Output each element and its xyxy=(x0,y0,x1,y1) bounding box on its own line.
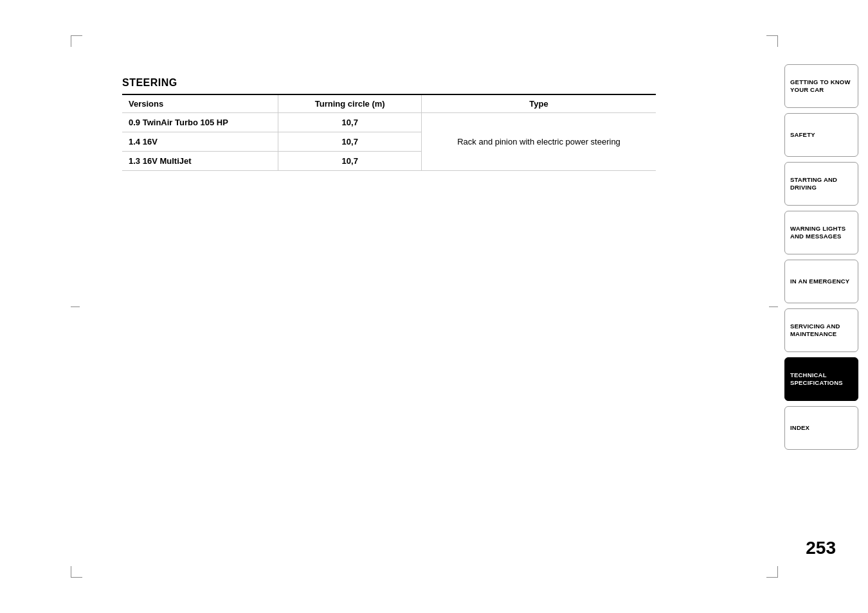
table-row: 0.9 TwinAir Turbo 105 HP10,7Rack and pin… xyxy=(122,113,656,132)
steering-table: Versions Turning circle (m) Type 0.9 Twi… xyxy=(122,94,656,171)
corner-mark-tl-v xyxy=(71,35,71,47)
corner-mark-bl-h xyxy=(71,577,82,578)
midpoint-mark-right xyxy=(769,306,778,307)
sidebar-item-label-getting-to-know: GETTING TO KNOW YOUR CAR xyxy=(790,78,853,94)
sidebar-item-safety[interactable]: SAFETY xyxy=(784,113,858,157)
cell-type: Rack and pinion with electric power stee… xyxy=(422,113,656,171)
sidebar-item-label-technical-specifications: TECHNICAL SPECIFICATIONS xyxy=(790,371,853,387)
cell-version-1: 1.4 16V xyxy=(122,132,278,152)
sidebar-item-warning-lights[interactable]: WARNING LIGHTS AND MESSAGES xyxy=(784,211,858,254)
sidebar-item-in-an-emergency[interactable]: IN AN EMERGENCY xyxy=(784,260,858,303)
sidebar-item-starting-and-driving[interactable]: STARTING AND DRIVING xyxy=(784,162,858,206)
corner-mark-br-h xyxy=(766,577,778,578)
corner-mark-tl-h xyxy=(71,35,82,36)
cell-turning-0: 10,7 xyxy=(278,113,422,132)
header-type: Type xyxy=(422,94,656,113)
cell-turning-2: 10,7 xyxy=(278,152,422,171)
header-versions: Versions xyxy=(122,94,278,113)
corner-mark-tr-v xyxy=(777,35,778,47)
page-number: 253 xyxy=(806,538,836,558)
sidebar-item-label-in-an-emergency: IN AN EMERGENCY xyxy=(790,278,849,285)
section-title: STEERING xyxy=(122,77,656,89)
sidebar-item-index[interactable]: INDEX xyxy=(784,406,858,450)
sidebar-item-label-servicing: SERVICING AND MAINTENANCE xyxy=(790,323,853,339)
sidebar: GETTING TO KNOW YOUR CARSAFETYSTARTING A… xyxy=(784,64,868,455)
sidebar-item-technical-specifications[interactable]: TECHNICAL SPECIFICATIONS xyxy=(784,357,858,401)
cell-version-0: 0.9 TwinAir Turbo 105 HP xyxy=(122,113,278,132)
corner-mark-bl-v xyxy=(71,566,71,578)
sidebar-item-label-safety: SAFETY xyxy=(790,131,815,139)
midpoint-mark-left xyxy=(71,306,80,307)
corner-mark-br-v xyxy=(777,566,778,578)
main-content: STEERING Versions Turning circle (m) Typ… xyxy=(122,77,656,171)
sidebar-item-getting-to-know[interactable]: GETTING TO KNOW YOUR CAR xyxy=(784,64,858,108)
sidebar-item-label-starting-and-driving: STARTING AND DRIVING xyxy=(790,176,853,192)
corner-mark-tr-h xyxy=(766,35,778,36)
sidebar-item-label-warning-lights: WARNING LIGHTS AND MESSAGES xyxy=(790,225,853,241)
page-container: STEERING Versions Turning circle (m) Typ… xyxy=(0,0,868,613)
sidebar-item-servicing[interactable]: SERVICING AND MAINTENANCE xyxy=(784,308,858,352)
sidebar-item-label-index: INDEX xyxy=(790,424,809,432)
header-turning-circle: Turning circle (m) xyxy=(278,94,422,113)
cell-version-2: 1.3 16V MultiJet xyxy=(122,152,278,171)
cell-turning-1: 10,7 xyxy=(278,132,422,152)
